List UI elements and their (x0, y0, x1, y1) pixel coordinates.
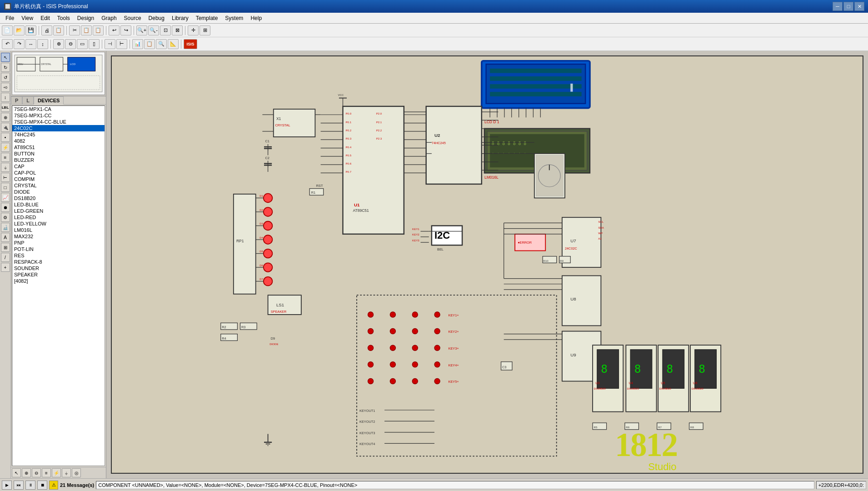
netlist-button[interactable]: 📊 (132, 39, 143, 49)
terminal-tool[interactable]: ⊢ (1, 173, 10, 182)
device-item-max232[interactable]: MAX232 (12, 233, 105, 240)
new-button[interactable]: 📄 (2, 25, 13, 35)
device-list[interactable]: 7SEG-MPX1-CA7SEG-MPX1-CC7SEG-MPX4-CC-BLU… (12, 105, 105, 466)
sub-tool[interactable]: □ (1, 183, 10, 192)
zoom-fit-button[interactable]: ⊡ (160, 25, 171, 35)
redo-button[interactable]: ↪ (120, 25, 131, 35)
menu-item-template[interactable]: Template (192, 14, 222, 22)
device-item-4082[interactable]: 4082 (12, 138, 105, 144)
panel-tool-4[interactable]: ≡ (42, 468, 51, 477)
device-item-button[interactable]: BUTTON (12, 150, 105, 157)
menu-item-view[interactable]: View (18, 14, 37, 22)
rotate-left-button[interactable]: ↶ (2, 39, 13, 49)
device-item-diode[interactable]: DIODE (12, 189, 105, 195)
device-item-cap-pol[interactable]: CAP-POL (12, 170, 105, 176)
print-button[interactable]: 🖨 (41, 25, 52, 35)
device-item-buzzer[interactable]: BUZZER (12, 157, 105, 163)
panel-tool-5[interactable]: ⚡ (52, 468, 61, 477)
menu-item-system[interactable]: System (221, 14, 247, 22)
device-item-crystal[interactable]: CRYSTAL (12, 182, 105, 189)
minimize-button[interactable]: ─ (833, 2, 843, 11)
open-button[interactable]: 📂 (14, 25, 25, 35)
design-explorer-button[interactable]: 🔍 (156, 39, 167, 49)
line-tool[interactable]: / (1, 253, 10, 262)
device-item-speaker[interactable]: SPEAKER (12, 271, 105, 278)
device-item-7seg-mpx4-cc-blue[interactable]: 7SEG-MPX4-CC-BLUE (12, 119, 105, 125)
device-item-24c02c[interactable]: 24C02C (12, 125, 105, 131)
zoom-in-button[interactable]: 🔍+ (136, 25, 147, 35)
save-button[interactable]: 💾 (25, 25, 36, 35)
tab-devices[interactable]: DEVICES (34, 96, 64, 105)
canvas-area[interactable]: ▌ LCD D 1 8 (106, 51, 868, 478)
device-item-pot-lin[interactable]: POT-LIN (12, 246, 105, 252)
device-item-at89c51[interactable]: AT89C51 (12, 144, 105, 150)
device-item-cap[interactable]: CAP (12, 163, 105, 170)
device-item-led-green[interactable]: LED-GREEN (12, 208, 105, 214)
tab-l[interactable]: L (22, 96, 34, 104)
grid-button[interactable]: ⊞ (200, 25, 210, 35)
component-tool[interactable]: 🔌 (1, 123, 10, 132)
gen-tool[interactable]: ⚙ (1, 213, 10, 222)
copy-button[interactable]: 📋 (81, 25, 92, 35)
menu-item-edit[interactable]: Edit (37, 14, 54, 22)
device-item-pnp[interactable]: PNP (12, 240, 105, 246)
zoom-tool[interactable]: +0 (1, 83, 10, 92)
undo-button[interactable]: ↩ (109, 25, 120, 35)
wire-tool[interactable]: ⚡ (1, 143, 10, 152)
tool3-button[interactable]: ▭ (77, 39, 88, 49)
device-item-led-red[interactable]: LED-RED (12, 214, 105, 220)
align-left-button[interactable]: ⊣ (105, 39, 115, 49)
tool4-button[interactable]: ▯ (89, 39, 100, 49)
device-item-ds18b20[interactable]: DS18B20 (12, 195, 105, 201)
tape-tool[interactable]: ⏺ (1, 203, 10, 212)
menu-item-file[interactable]: File (2, 14, 18, 22)
flip-v-button[interactable]: ↕ (37, 39, 48, 49)
tab-p[interactable]: P (11, 96, 22, 104)
stop-button[interactable]: ⏹ (37, 481, 47, 490)
menu-item-debug[interactable]: Debug (145, 14, 168, 22)
bus-tool[interactable]: ≡ (1, 153, 10, 162)
menu-item-help[interactable]: Help (247, 14, 265, 22)
plus-tool[interactable]: + (1, 263, 10, 272)
graph-tool[interactable]: 📈 (1, 193, 10, 202)
pcb-layout-button[interactable]: 📐 (168, 39, 179, 49)
play-button[interactable]: ▶ (2, 481, 12, 490)
lbl-tool[interactable]: LBL (1, 103, 10, 112)
device-item-compim[interactable]: COMPIM (12, 176, 105, 182)
print-area-button[interactable]: 📋 (53, 25, 64, 35)
menu-item-library[interactable]: Library (168, 14, 192, 22)
crosshair-button[interactable]: ✛ (188, 25, 199, 35)
close-button[interactable]: ✕ (854, 2, 864, 11)
align-center-button[interactable]: ⊢ (116, 39, 127, 49)
text-tool[interactable]: A (1, 233, 10, 242)
step-button[interactable]: ⏭ (14, 481, 24, 490)
isis-btn[interactable]: ISIS (184, 39, 197, 49)
device-item-lm016l[interactable]: LM016L (12, 227, 105, 233)
device-item-7seg-mpx1-cc[interactable]: 7SEG-MPX1-CC (12, 112, 105, 119)
select-tool[interactable]: ↖ (1, 53, 10, 62)
device-item-led-yellow[interactable]: LED-YELLOW (12, 220, 105, 227)
device-item-74hc245[interactable]: 74HC245 (12, 131, 105, 138)
panel-tool-7[interactable]: ◎ (72, 468, 81, 477)
device-item-led-blue[interactable]: LED-BLUE (12, 201, 105, 208)
pause-button[interactable]: ⏸ (25, 481, 35, 490)
device-item-7seg-mpx1-ca[interactable]: 7SEG-MPX1-CA (12, 106, 105, 112)
cut-button[interactable]: ✂ (69, 25, 80, 35)
rotate-tool[interactable]: ↻ (1, 63, 10, 72)
probe-tool[interactable]: 🔬 (1, 223, 10, 232)
rotate2-tool[interactable]: ↺ (1, 73, 10, 82)
panel-tool-3[interactable]: ⊖ (32, 468, 41, 477)
device-item-res[interactable]: RES (12, 252, 105, 259)
panel-tool-2[interactable]: ⊕ (22, 468, 31, 477)
device-item-respack-8[interactable]: RESPACK-8 (12, 259, 105, 265)
power-tool[interactable]: ⏚ (1, 163, 10, 172)
symbol-tool[interactable]: ⊞ (1, 243, 10, 252)
tool2-button[interactable]: ⊖ (65, 39, 76, 49)
device-item-sounder[interactable]: SOUNDER (12, 265, 105, 271)
menu-item-graph[interactable]: Graph (98, 14, 120, 22)
rotate-right-button[interactable]: ↷ (14, 39, 25, 49)
junction-tool[interactable]: • (1, 133, 10, 142)
paste-button[interactable]: 📋 (93, 25, 104, 35)
menu-item-source[interactable]: Source (120, 14, 145, 22)
flip-h-button[interactable]: ↔ (25, 39, 36, 49)
